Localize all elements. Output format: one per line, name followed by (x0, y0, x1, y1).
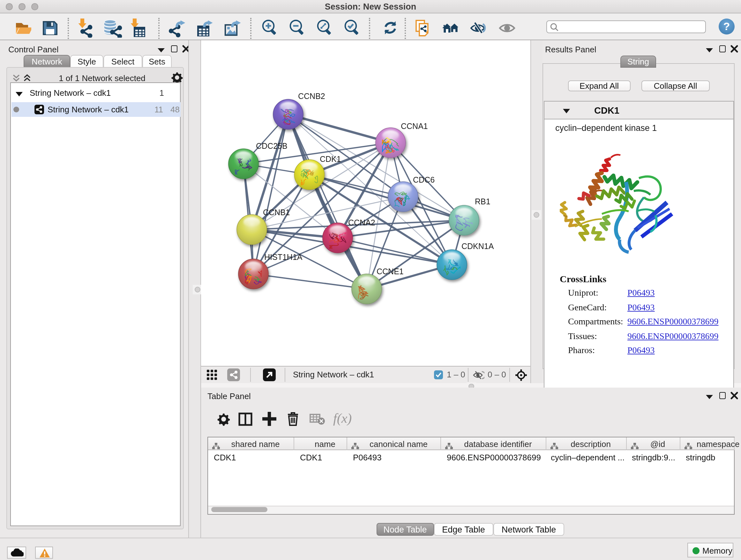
svg-text:CDKN1A: CDKN1A (461, 241, 494, 250)
svg-text:CCNA1: CCNA1 (401, 121, 428, 130)
svg-text:CDC25B: CDC25B (256, 141, 287, 150)
svg-text:HIST1H1A: HIST1H1A (264, 252, 302, 261)
svg-text:CCNE1: CCNE1 (377, 266, 404, 275)
svg-text:CDC6: CDC6 (413, 175, 434, 184)
svg-text:CCNB2: CCNB2 (298, 91, 325, 100)
svg-text:CCNA2: CCNA2 (348, 218, 375, 227)
svg-text:CDK1: CDK1 (320, 154, 341, 163)
svg-text:RB1: RB1 (475, 197, 490, 206)
svg-text:CCNB1: CCNB1 (263, 207, 290, 216)
